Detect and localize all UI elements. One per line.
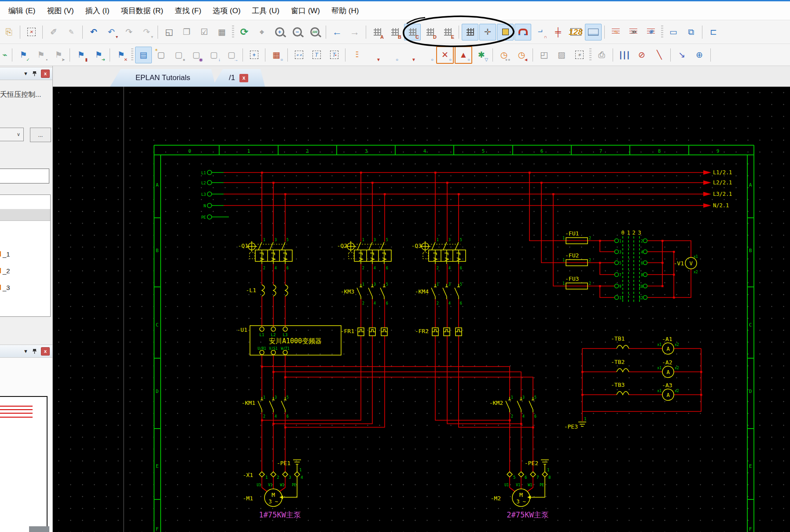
terminal-down-button[interactable]: ▼ [366,47,382,63]
potential-funnel-button[interactable]: ✱▽ [473,47,490,63]
pin-icon[interactable] [32,349,37,354]
center-target-button[interactable]: ⊕ [691,47,708,63]
wire-bundle-button[interactable]: ⫶⫶ [348,47,365,63]
grid-a-button[interactable]: A [369,24,386,40]
project-tree-item[interactable]: 夭恒压控制... [0,90,52,99]
new-macro-button[interactable]: + [246,47,262,63]
page-item[interactable]: _2 [0,264,50,277]
overload-fr2[interactable] [432,328,462,336]
coordinate-input-button[interactable]: ⌐∩ [532,24,549,40]
zoom-out-button[interactable]: − [289,24,305,40]
tab-page-1[interactable]: /1x [212,69,265,87]
refresh-button[interactable]: ⟳ [236,24,253,40]
new-page-button[interactable]: ▢✶ [153,47,169,63]
grid-b-button[interactable]: B [386,24,403,40]
filter-field[interactable] [0,169,49,183]
menu-window[interactable]: 窗口 (W) [285,4,326,18]
collapse-icon[interactable]: ▼ [23,349,28,354]
contactor-km2[interactable] [506,397,534,412]
device-box-button[interactable]: ▭ [665,24,682,40]
pin-icon[interactable] [32,71,37,77]
voltmeter-selector-switch[interactable] [615,236,647,303]
macro-value-button[interactable]: T [308,47,325,63]
device-gauge2-button[interactable]: ◷◄ [513,47,530,63]
menu-view[interactable]: 视图 (V) [41,4,79,18]
arrow-tool-button[interactable]: ↘ [673,47,690,63]
console-button[interactable] [585,24,602,40]
grid-d-button[interactable]: D [422,24,438,40]
stamp-button[interactable]: ⎙ [593,47,610,63]
page-list[interactable]: _1 _2 _3 [0,194,51,317]
graphical-preview[interactable] [0,358,52,532]
schematic-canvas[interactable]: 0 1 2 3 4 5 6 7 8 9 A B C D E F A B C D … [53,87,790,532]
design-mode-button[interactable] [497,24,514,40]
connection-point-button[interactable]: ⊘ [633,47,650,63]
page-macro-button[interactable]: ▢◉ [188,47,205,63]
connection-symbol-button[interactable]: ╪ [550,24,566,40]
breaker-q2[interactable] [345,241,391,264]
toolbar-drag-handle[interactable] [131,48,133,62]
breaker-q1[interactable] [246,241,292,264]
parts-cart-button[interactable]: ⊏ [705,24,722,40]
line-button[interactable]: ╲ [651,47,668,63]
macro-place-button[interactable]: T• [326,47,342,63]
workspace-button[interactable]: ◱ [161,24,177,40]
interruption-point-source-button[interactable]: ▲○ [455,46,472,64]
ct-tb2[interactable] [617,369,629,372]
breaker-q3[interactable] [420,241,466,264]
collapse-icon[interactable]: ▼ [23,71,28,76]
signal-radio-button[interactable]: ≫ [625,24,642,40]
ct-tb3[interactable] [617,392,629,395]
dashed-area-button[interactable]: ✶ [571,47,588,63]
menu-edit[interactable]: 编辑 (E) [3,4,41,18]
check-project-button[interactable]: ⚑✓ [15,47,32,63]
connection-net-button[interactable]: ⧉ [683,24,699,40]
macro-multi-button[interactable]: ∘∘ [290,47,307,63]
zoom-in-button[interactable]: + [271,24,288,40]
close-panel-button[interactable]: x [41,347,50,356]
browse-button[interactable]: ... [30,128,51,142]
grid-c-button[interactable]: C [404,24,421,40]
ct-tb1[interactable] [617,345,629,349]
toolbar-drag-handle[interactable] [589,48,592,62]
overload-fr1[interactable] [358,328,387,336]
partial-button[interactable]: ⌁ [0,47,9,63]
tab-project[interactable]: EPLAN Tutorials [110,69,216,87]
page-navigator-button[interactable]: ▤ [135,47,152,63]
import-page-button[interactable]: ▢↓ [206,47,222,63]
busbar-button[interactable]: ∣∣∣ [616,47,632,63]
forward-button[interactable]: → [346,24,363,40]
check-page-button[interactable]: ⚑▪ [33,47,49,63]
export-page-button[interactable]: ▢→ [223,47,240,63]
back-button[interactable]: ← [329,24,345,40]
snap-to-grid-button[interactable]: ✛• [479,24,496,40]
page-item[interactable]: _1 [0,247,50,260]
toolbar-drag-handle[interactable] [661,26,663,39]
menu-insert[interactable]: 插入 (I) [80,4,115,18]
format-brush-small-button[interactable]: ✎ [63,24,80,40]
delete-selection-button[interactable]: ✕ [23,24,40,40]
window-layout-button[interactable]: ❐ [178,24,195,40]
check-next-button[interactable]: ⚑➤ [50,47,67,63]
contactor-km1[interactable] [258,397,287,412]
close-panel-button[interactable]: x [41,70,50,78]
terminal-strip-up-button[interactable]: ○ [419,47,435,63]
toolbar-drag-handle[interactable] [232,26,234,39]
menu-utilities[interactable]: 工具 (U) [246,4,285,18]
ground-pe3[interactable] [578,422,586,426]
signal-wave-button[interactable]: ∿ [607,24,624,40]
grid-e-button[interactable]: E [439,24,456,40]
goto-next-message-button[interactable]: ⚑➜ [90,47,107,63]
menu-find[interactable]: 查找 (F) [169,4,207,18]
menu-help[interactable]: 帮助 (H) [326,4,364,18]
undo-list-button[interactable]: ↶▾ [103,24,120,40]
paste-button[interactable]: ⎘ [0,24,17,40]
zoom-100-button[interactable]: 100 [306,24,323,40]
macro-navigator-button[interactable]: ▦○ [268,47,285,63]
text-size-button[interactable]: 128 [567,24,584,40]
signal-gear-button[interactable]: ❋ [643,24,659,40]
interruption-point-sink-button[interactable]: ✕○ [436,46,454,64]
remove-message-button[interactable]: ⚑✕ [113,47,129,63]
menu-project-data[interactable]: 项目数据 (R) [115,4,169,18]
format-brush-button[interactable]: ✐ [45,24,62,40]
